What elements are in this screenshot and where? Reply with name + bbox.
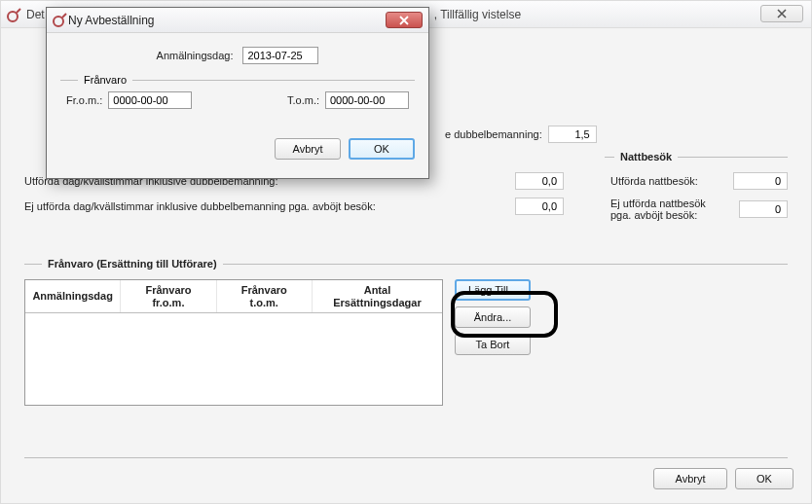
anmalningsdag-input[interactable]	[242, 47, 318, 64]
edit-button[interactable]: Ändra...	[455, 306, 531, 328]
add-button[interactable]: Lägg Till...	[455, 279, 531, 301]
from-label: Fr.o.m.:	[66, 94, 102, 106]
svg-point-0	[8, 12, 18, 21]
modal-app-icon	[53, 12, 68, 29]
utforda-natt-label: Utförda nattbesök:	[610, 175, 698, 187]
anmalningsdag-label: Anmälningsdag:	[157, 50, 234, 61]
th-dagar: AntalErsättningsdagar	[313, 280, 442, 312]
dubbelbemanning-label: e dubbelbemanning:	[445, 128, 542, 140]
ej-utforda-dagkvall-value[interactable]: 0,0	[515, 198, 564, 215]
modal-title: Ny Avbeställning	[68, 14, 155, 27]
franvaro-table-header: Anmälningsdag Frånvarofr.o.m. Frånvarot.…	[25, 280, 442, 313]
main-close-button[interactable]	[760, 5, 803, 22]
utforda-natt-value[interactable]: 0	[733, 172, 788, 190]
modal-close-button[interactable]	[386, 12, 423, 28]
modal-titlebar: Ny Avbeställning	[47, 8, 428, 33]
ej-utforda-natt-label: Ej utförda nattbesök pga. avböjt besök:	[610, 198, 720, 221]
bottom-divider	[24, 457, 788, 458]
main-window: Det , Tillfällig vistelse e dubbelbemann…	[0, 0, 812, 504]
nattbesok-title: Nattbesök	[620, 151, 672, 162]
svg-point-2	[54, 17, 63, 26]
main-title-prefix: Det	[26, 8, 45, 21]
main-cancel-button[interactable]: Avbryt	[653, 468, 727, 489]
franvaro-title: Frånvaro (Ersättning till Utförare)	[48, 258, 217, 270]
modal-dialog: Ny Avbeställning Anmälningsdag: Frånvaro…	[46, 7, 429, 179]
modal-group-title: Frånvaro	[84, 74, 127, 86]
ej-utforda-natt-value[interactable]: 0	[739, 200, 788, 218]
th-tom: Frånvarot.o.m.	[217, 280, 313, 312]
bottom-bar: Avbryt OK	[1, 457, 811, 489]
utforda-dagkvall-value[interactable]: 0,0	[515, 172, 564, 190]
tom-input[interactable]	[325, 91, 409, 109]
from-input[interactable]	[108, 91, 192, 109]
delete-button[interactable]: Ta Bort	[455, 334, 531, 355]
th-anmalningsdag: Anmälningsdag	[25, 280, 121, 312]
ej-utforda-dagkvall-label: Ej utförda dag/kvällstimmar inklusive du…	[24, 200, 376, 212]
th-from: Frånvarofr.o.m.	[121, 280, 216, 312]
dubbelbemanning-value[interactable]: 1,5	[548, 126, 597, 143]
svg-line-1	[17, 9, 20, 13]
app-icon	[7, 7, 22, 22]
modal-cancel-button[interactable]: Avbryt	[275, 138, 341, 160]
main-ok-button[interactable]: OK	[735, 468, 794, 489]
tom-label: T.o.m.:	[287, 94, 319, 106]
svg-line-3	[62, 14, 66, 18]
modal-ok-button[interactable]: OK	[349, 138, 415, 160]
main-title-suffix: , Tillfällig vistelse	[434, 8, 521, 21]
franvaro-table[interactable]: Anmälningsdag Frånvarofr.o.m. Frånvarot.…	[24, 279, 443, 406]
